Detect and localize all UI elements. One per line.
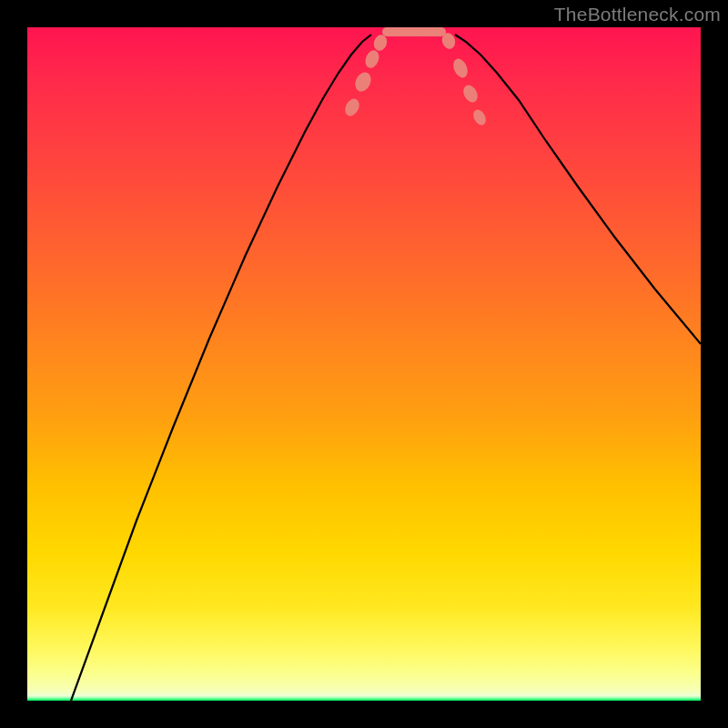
watermark-text: TheBottleneck.com: [554, 4, 721, 25]
plot-area: [27, 27, 701, 701]
left-dot-1: [342, 96, 362, 118]
right-dot-2: [450, 56, 470, 80]
markers-group: [342, 31, 489, 127]
series-left-branch: [71, 35, 371, 701]
left-dot-3: [363, 48, 381, 70]
chart-svg: [27, 27, 701, 701]
right-dot-4: [470, 107, 488, 127]
series-group: [71, 32, 701, 701]
chart-frame: TheBottleneck.com: [0, 0, 728, 728]
left-dot-2: [352, 70, 374, 95]
right-dot-3: [460, 83, 480, 105]
series-right-branch: [455, 35, 701, 344]
